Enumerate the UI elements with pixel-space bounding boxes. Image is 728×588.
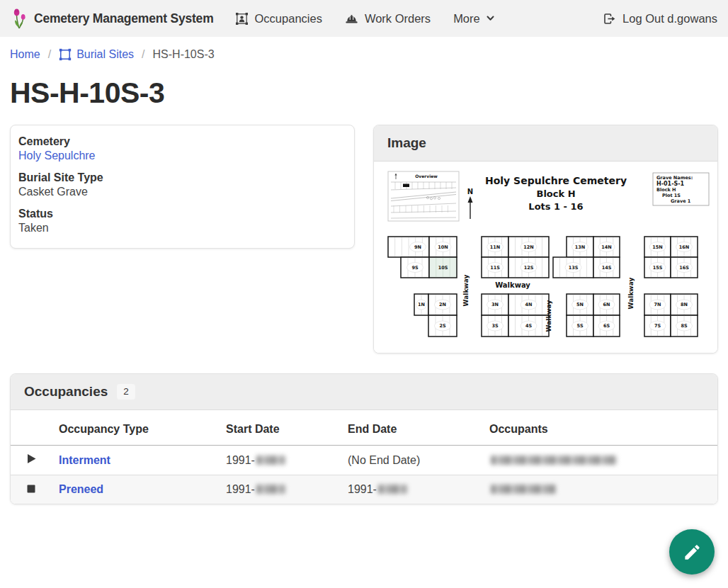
edit-fab-button[interactable] — [669, 529, 715, 575]
redacted-end-date — [378, 485, 407, 494]
column-occupants: Occupants — [484, 410, 717, 446]
svg-text:3N: 3N — [491, 302, 499, 307]
sign-out-icon — [603, 12, 616, 26]
svg-text:4S: 4S — [525, 323, 533, 329]
svg-text:10S: 10S — [438, 265, 448, 271]
field-burial-site-type: Burial Site Type Casket Grave — [18, 171, 346, 198]
tulip-logo-icon — [11, 8, 28, 29]
svg-text:Lots 1 - 16: Lots 1 - 16 — [528, 201, 583, 212]
svg-text:7N: 7N — [654, 302, 661, 307]
field-cemetery: Cemetery Holy Sepulchre — [18, 135, 346, 162]
field-burial-site-type-value: Casket Grave — [18, 186, 346, 198]
svg-text:Plot 1S: Plot 1S — [662, 193, 681, 198]
field-status: Status Taken — [18, 208, 346, 234]
nav-occupancies[interactable]: Occupancies — [235, 12, 322, 26]
svg-text:15S: 15S — [653, 265, 663, 271]
svg-text:2N: 2N — [439, 302, 446, 307]
svg-text:Block H: Block H — [536, 188, 575, 199]
end-date-prefix: 1991- — [348, 483, 377, 495]
breadcrumb-separator: / — [142, 48, 144, 61]
svg-text:1N: 1N — [418, 302, 425, 307]
occupancies-count-badge: 2 — [117, 384, 135, 400]
breadcrumb-current: HS-H-10S-3 — [153, 48, 215, 61]
svg-text:10N: 10N — [438, 244, 448, 250]
svg-text:11S: 11S — [490, 265, 500, 271]
svg-text:Walkway: Walkway — [495, 281, 530, 289]
navbar: Cemetery Management System Occupancies W — [0, 0, 728, 37]
column-icon — [11, 410, 53, 446]
main-nav: Occupancies Work Orders More — [235, 12, 494, 26]
svg-text:Grave 1: Grave 1 — [671, 198, 691, 204]
svg-text:16N: 16N — [679, 244, 690, 250]
svg-text:6S: 6S — [603, 323, 610, 329]
field-status-label: Status — [18, 208, 346, 220]
burial-sites-plot-frame-icon — [59, 48, 72, 61]
nav-occupancies-label: Occupancies — [255, 12, 322, 26]
svg-text:8S: 8S — [681, 323, 688, 329]
start-date-prefix: 1991- — [226, 454, 255, 466]
nav-work-orders-label: Work Orders — [365, 12, 431, 26]
field-burial-site-type-label: Burial Site Type — [18, 171, 346, 184]
svg-text:4N: 4N — [525, 302, 533, 307]
field-cemetery-label: Cemetery — [18, 135, 346, 148]
occupancies-table: Occupancy Type Start Date End Date Occup… — [11, 410, 717, 504]
svg-text:13S: 13S — [569, 265, 579, 271]
redacted-start-date — [256, 485, 285, 494]
cemetery-plot-map[interactable]: OverviewNHoly Sepulchre CemeteryBlock HL… — [381, 169, 710, 346]
column-end-date: End Date — [342, 410, 484, 446]
redacted-occupants — [491, 456, 617, 465]
image-card-header: Image — [374, 125, 717, 162]
nav-work-orders[interactable]: Work Orders — [345, 12, 431, 26]
nav-more-label: More — [453, 12, 480, 26]
nav-more[interactable]: More — [453, 12, 494, 26]
svg-text:Overview: Overview — [415, 174, 438, 179]
svg-text:Walkway: Walkway — [462, 275, 470, 307]
chevron-down-icon — [487, 16, 494, 21]
redacted-occupants — [491, 485, 556, 494]
svg-text:Grave Names:: Grave Names: — [656, 175, 693, 181]
app-title: Cemetery Management System — [34, 11, 214, 26]
svg-text:11N: 11N — [490, 244, 501, 250]
page-title: HS-H-10S-3 — [10, 77, 718, 110]
table-row: Interment 1991- (No End Date) — [11, 446, 717, 475]
svg-text:Walkway: Walkway — [627, 278, 635, 310]
table-row: Preneed 1991- 1991- — [11, 475, 717, 504]
svg-text:Block H: Block H — [656, 187, 676, 193]
svg-text:H-01-S-1: H-01-S-1 — [656, 181, 685, 187]
svg-text:5S: 5S — [576, 323, 584, 329]
breadcrumb-home[interactable]: Home — [10, 48, 40, 61]
svg-text:12N: 12N — [523, 244, 534, 250]
cemetery-link[interactable]: Holy Sepulchre — [18, 149, 96, 162]
column-start-date: Start Date — [220, 410, 342, 446]
stop-square-icon — [27, 485, 35, 493]
svg-text:N: N — [467, 188, 473, 196]
table-header-row: Occupancy Type Start Date End Date Occup… — [11, 410, 717, 446]
breadcrumb-burial-sites-label: Burial Sites — [76, 48, 134, 61]
svg-text:9S: 9S — [411, 265, 419, 271]
occupancy-link-preneed[interactable]: Preneed — [59, 483, 103, 495]
image-card-body: OverviewNHoly Sepulchre CemeteryBlock HL… — [374, 162, 717, 353]
image-card: Image OverviewNHoly Sepulchre CemeteryBl… — [373, 125, 718, 354]
logout-button[interactable]: Log Out d.gowans — [603, 12, 717, 26]
svg-text:7S: 7S — [654, 323, 661, 329]
logout-label: Log Out d.gowans — [622, 12, 717, 26]
breadcrumb: Home / Burial Sites / HS-H-10S-3 — [0, 37, 728, 68]
details-card: Cemetery Holy Sepulchre Burial Site Type… — [10, 125, 355, 249]
svg-text:2S: 2S — [439, 323, 446, 329]
svg-text:Holy Sepulchre Cemetery: Holy Sepulchre Cemetery — [485, 175, 627, 186]
svg-text:9N: 9N — [414, 244, 421, 250]
app-brand[interactable]: Cemetery Management System — [11, 8, 214, 29]
occupancies-title: Occupancies — [24, 384, 108, 400]
breadcrumb-separator: / — [48, 48, 51, 61]
svg-text:13N: 13N — [575, 244, 586, 250]
pencil-edit-icon — [683, 543, 702, 562]
occupancy-link-interment[interactable]: Interment — [59, 454, 110, 466]
content-row: Cemetery Holy Sepulchre Burial Site Type… — [0, 125, 728, 354]
column-occupancy-type: Occupancy Type — [53, 410, 220, 446]
svg-text:8N: 8N — [681, 302, 688, 307]
play-icon — [27, 453, 37, 464]
breadcrumb-burial-sites[interactable]: Burial Sites — [59, 48, 134, 61]
start-date-prefix: 1991- — [226, 483, 255, 495]
svg-text:14N: 14N — [601, 244, 612, 250]
svg-text:3S: 3S — [491, 323, 499, 329]
